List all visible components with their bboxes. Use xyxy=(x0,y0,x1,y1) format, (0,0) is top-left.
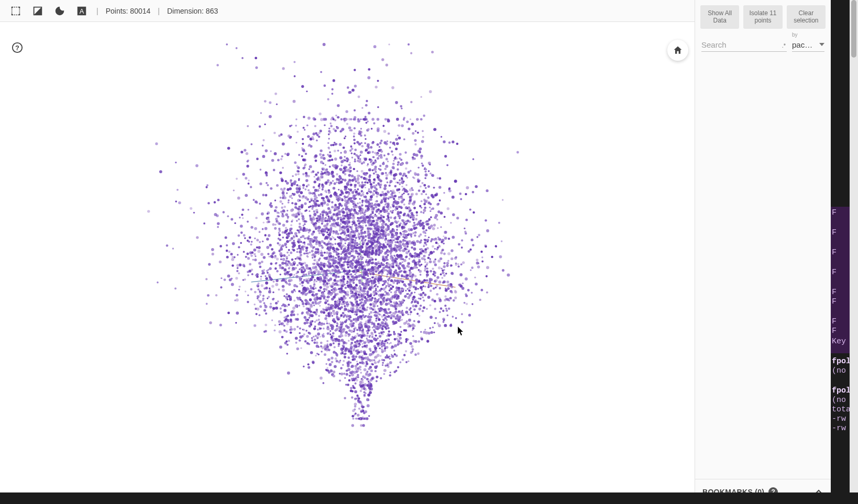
dimension-info: Dimension: 863 xyxy=(167,7,218,15)
search-by-label: by xyxy=(792,32,798,38)
term-line: tota xyxy=(832,405,850,414)
label-mode-icon: A xyxy=(76,5,87,17)
term-line: Key xyxy=(832,337,846,346)
term-line: (no xyxy=(832,396,846,405)
term-line: -rw xyxy=(832,424,846,433)
term-line: (no xyxy=(832,366,846,375)
select-rect-icon xyxy=(10,5,21,17)
visualization-area[interactable]: ? xyxy=(0,22,695,504)
workspace: A | Points: 80014 | Dimension: 863 ? xyxy=(0,0,695,504)
search-by-select[interactable]: pack… xyxy=(792,38,824,52)
term-line: -rw xyxy=(832,415,846,423)
top-toolbar: A | Points: 80014 | Dimension: 863 xyxy=(0,0,695,22)
term-line: F xyxy=(832,327,837,335)
search-wrap: .* xyxy=(701,38,787,52)
term-line: fpol xyxy=(832,357,850,366)
contrast-button[interactable] xyxy=(30,4,45,18)
select-rect-button[interactable] xyxy=(8,4,23,18)
background-terminal: F F F F F F F F Key fpol (no fpol (no to… xyxy=(831,0,850,504)
points-value: 80014 xyxy=(130,7,150,15)
term-line: fpol xyxy=(832,386,850,395)
bottom-bar xyxy=(0,492,858,504)
side-spacer xyxy=(695,56,831,479)
points-info: Points: 80014 xyxy=(106,7,151,15)
scrollbar[interactable] xyxy=(850,0,858,504)
dimension-value: 863 xyxy=(206,7,218,15)
term-line: F xyxy=(832,228,837,237)
term-line: F xyxy=(832,288,837,297)
separator: | xyxy=(96,7,98,15)
embedding-scatter[interactable] xyxy=(0,22,695,504)
night-mode-button[interactable] xyxy=(52,4,67,18)
scroll-thumb[interactable] xyxy=(851,0,856,58)
contrast-icon xyxy=(32,5,43,17)
separator: | xyxy=(158,7,160,15)
selection-buttons: Show All Data Isolate 11 points Clear se… xyxy=(695,0,831,29)
points-label: Points: xyxy=(106,7,128,15)
term-line: F xyxy=(832,268,837,277)
side-panel: Show All Data Isolate 11 points Clear se… xyxy=(695,0,831,504)
term-line: F xyxy=(832,317,837,326)
search-input[interactable] xyxy=(701,38,787,52)
label-mode-button[interactable]: A xyxy=(74,4,89,18)
search-by-wrap: by pack… xyxy=(792,38,824,52)
search-by-value: pack… xyxy=(792,40,815,49)
dropdown-icon xyxy=(819,43,824,46)
dimension-label: Dimension: xyxy=(167,7,204,15)
isolate-button[interactable]: Isolate 11 points xyxy=(743,5,782,29)
clear-selection-button[interactable]: Clear selection xyxy=(787,5,826,29)
show-all-button[interactable]: Show All Data xyxy=(700,5,739,29)
night-icon xyxy=(54,5,65,17)
term-line: F xyxy=(832,248,837,257)
search-row: .* by pack… xyxy=(695,29,831,56)
term-line: F xyxy=(832,208,837,217)
svg-text:A: A xyxy=(80,7,84,15)
term-line: F xyxy=(832,297,837,306)
regex-hint: .* xyxy=(782,42,786,49)
